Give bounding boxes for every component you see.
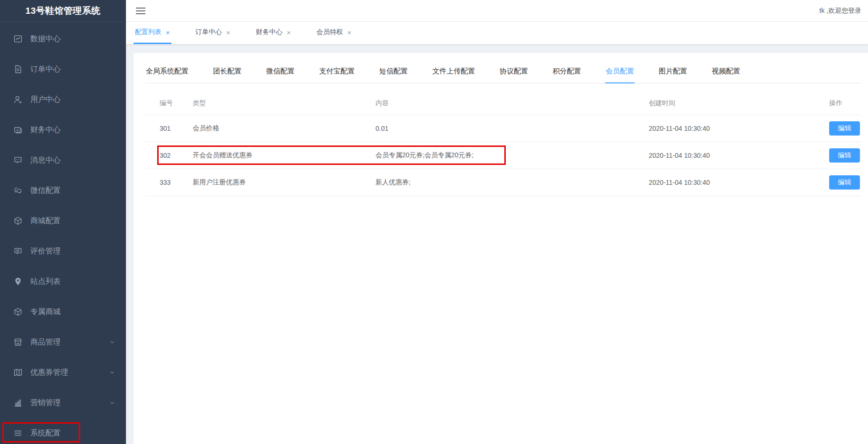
table-row: 302 开会会员赠送优惠券 会员专属20元券;会员专属20元券; 2020-11… <box>145 142 861 169</box>
sidebar-item-order-center[interactable]: 订单中心 <box>0 54 126 84</box>
cell-id: 333 <box>145 179 193 186</box>
config-tab-label: 协议配置 <box>500 67 528 75</box>
sidebar-item-label: 优惠券管理 <box>30 368 109 378</box>
sidebar-item-finance-center[interactable]: 财务中心 <box>0 115 126 145</box>
col-header-id: 编号 <box>145 99 193 108</box>
config-tab-label: 会员配置 <box>606 67 634 75</box>
sidebar-item-marketing-manage[interactable]: 营销管理 <box>0 388 126 418</box>
config-tab-global-system[interactable]: 全局系统配置 <box>145 63 189 83</box>
user-icon <box>13 95 23 104</box>
config-tab-leader[interactable]: 团长配置 <box>213 63 242 83</box>
config-tab-video[interactable]: 视频配置 <box>711 63 741 83</box>
page-tab-label: 会员特权 <box>316 28 343 36</box>
sidebar-nav: 数据中心 订单中心 用户中心 <box>0 22 126 444</box>
sidebar-item-label: 评价管理 <box>30 246 116 256</box>
cell-type: 开会会员赠送优惠券 <box>193 151 376 160</box>
money-icon <box>13 125 23 135</box>
sidebar-item-label: 专属商城 <box>30 307 116 317</box>
edit-button[interactable]: 编辑 <box>829 175 860 190</box>
config-tab-member[interactable]: 会员配置 <box>605 63 635 83</box>
map-icon <box>13 368 23 377</box>
edit-button[interactable]: 编辑 <box>829 148 860 163</box>
close-icon[interactable]: × <box>347 29 351 36</box>
sidebar-item-label: 商城配置 <box>30 216 116 226</box>
sidebar-item-wechat-config[interactable]: 微信配置 <box>0 175 126 206</box>
cell-id: 302 <box>145 152 193 159</box>
col-header-created: 创建时间 <box>649 99 829 108</box>
sidebar-item-mall-config[interactable]: 商城配置 <box>0 206 126 236</box>
table-row: 333 新用户注册优惠券 新人优惠券; 2020-11-04 10:30:40 … <box>145 169 861 196</box>
cell-type: 新用户注册优惠券 <box>193 178 376 187</box>
sidebar-item-user-center[interactable]: 用户中心 <box>0 84 126 115</box>
config-tab-bar: 全局系统配置 团长配置 微信配置 支付宝配置 短信配置 文件上传配置 协议配置 <box>145 63 861 83</box>
config-tab-image[interactable]: 图片配置 <box>658 63 688 83</box>
sidebar-item-review-manage[interactable]: 评价管理 <box>0 236 126 266</box>
cell-id: 301 <box>145 125 193 132</box>
open-tabs-bar: 配置列表 × 订单中心 × 财务中心 × 会员特权 × <box>126 22 868 44</box>
config-tab-sms[interactable]: 短信配置 <box>379 63 408 83</box>
chart-line-icon <box>13 34 23 44</box>
sidebar-item-label: 微信配置 <box>30 186 116 196</box>
sidebar-item-label: 系统配置 <box>30 428 116 438</box>
col-header-action: 操作 <box>829 99 861 108</box>
cell-content: 新人优惠券; <box>376 178 649 187</box>
sidebar-item-system-config[interactable]: 系统配置 <box>0 418 126 444</box>
sidebar-item-message-center[interactable]: 消息中心 <box>0 145 126 175</box>
config-tab-label: 视频配置 <box>712 67 740 75</box>
chevron-down-icon <box>109 369 116 376</box>
cell-action: 编辑 <box>829 121 861 136</box>
cell-content: 会员专属20元券;会员专属20元券; <box>376 151 649 160</box>
cell-action: 编辑 <box>829 148 861 163</box>
config-tab-label: 支付宝配置 <box>319 67 355 75</box>
page-tab-config-list[interactable]: 配置列表 × <box>134 22 171 44</box>
config-tab-file-upload[interactable]: 文件上传配置 <box>432 63 475 83</box>
table-row: 301 会员价格 0.01 2020-11-04 10:30:40 编辑 <box>145 115 861 142</box>
col-header-content: 内容 <box>376 99 649 108</box>
cell-content: 0.01 <box>376 125 649 132</box>
close-icon[interactable]: × <box>226 29 231 36</box>
menu-icon <box>13 428 23 438</box>
page-tab-order-center[interactable]: 订单中心 × <box>194 22 232 44</box>
wechat-icon <box>13 186 23 195</box>
config-tab-label: 微信配置 <box>266 67 295 75</box>
page-tab-finance-center[interactable]: 财务中心 × <box>255 22 293 44</box>
page-tab-label: 配置列表 <box>135 28 161 36</box>
sidebar-item-data-center[interactable]: 数据中心 <box>0 24 126 54</box>
doc-icon <box>13 64 23 74</box>
app-title: 13号鞋馆管理系统 <box>0 0 126 22</box>
config-tab-agreement[interactable]: 协议配置 <box>499 63 528 83</box>
sidebar-item-site-list[interactable]: 站点列表 <box>0 266 126 297</box>
sidebar-item-goods-manage[interactable]: 商品管理 <box>0 327 126 357</box>
chat-dots-icon <box>13 155 23 165</box>
cube-icon <box>13 307 23 317</box>
config-tab-alipay[interactable]: 支付宝配置 <box>319 63 355 83</box>
page-tab-member-privilege[interactable]: 会员特权 × <box>315 22 353 44</box>
sidebar-item-label: 消息中心 <box>30 155 116 165</box>
table-body: 301 会员价格 0.01 2020-11-04 10:30:40 编辑 302… <box>145 115 861 196</box>
config-tab-label: 图片配置 <box>659 67 687 75</box>
cell-action: 编辑 <box>829 175 861 190</box>
sidebar-item-label: 财务中心 <box>30 125 116 135</box>
top-header: tk ,欢迎您登录 <box>126 0 868 22</box>
edit-button[interactable]: 编辑 <box>829 121 860 136</box>
config-tab-points[interactable]: 积分配置 <box>552 63 582 83</box>
collapse-menu-icon[interactable] <box>136 6 145 16</box>
sidebar-item-exclusive-mall[interactable]: 专属商城 <box>0 297 126 327</box>
sidebar-item-label: 数据中心 <box>30 34 116 44</box>
col-header-type: 类型 <box>193 99 376 108</box>
close-icon[interactable]: × <box>166 29 170 36</box>
sidebar-item-label: 营销管理 <box>30 398 109 408</box>
pin-icon <box>13 277 23 286</box>
chevron-down-icon <box>109 339 116 345</box>
config-tab-label: 短信配置 <box>379 67 408 75</box>
content-background: 全局系统配置 团长配置 微信配置 支付宝配置 短信配置 文件上传配置 协议配置 <box>126 44 868 444</box>
close-icon[interactable]: × <box>287 29 291 36</box>
config-tab-label: 团长配置 <box>213 67 242 75</box>
sidebar-item-coupon-manage[interactable]: 优惠券管理 <box>0 357 126 388</box>
sidebar-item-label: 用户中心 <box>30 95 116 105</box>
cell-created: 2020-11-04 10:30:40 <box>649 152 829 159</box>
config-tab-wechat[interactable]: 微信配置 <box>266 63 295 83</box>
cell-type: 会员价格 <box>193 124 376 133</box>
config-tab-label: 全局系统配置 <box>146 67 188 75</box>
chat-lines-icon <box>13 246 23 256</box>
